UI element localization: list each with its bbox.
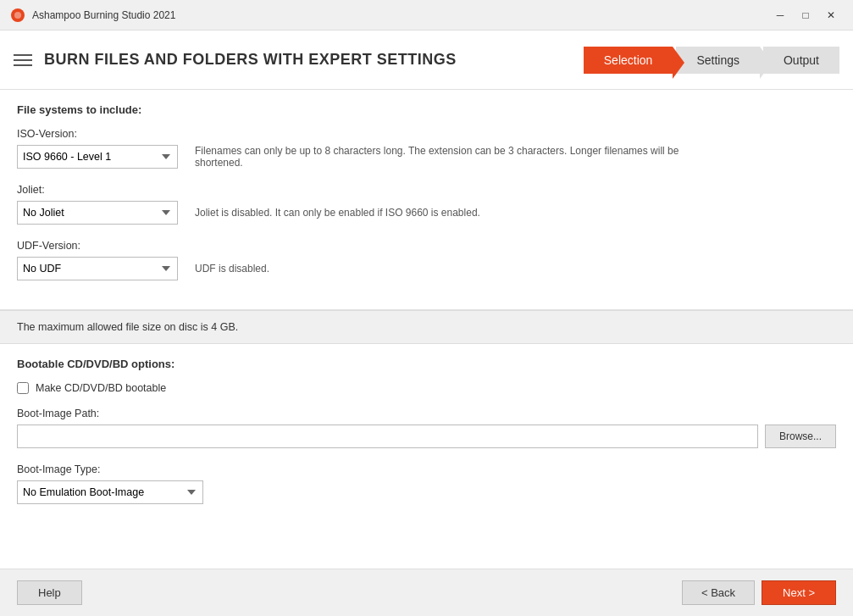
iso-select[interactable]: ISO 9660 - Level 1 ISO 9660 - Level 2 IS…	[17, 145, 178, 169]
boot-image-path-row: Browse...	[17, 425, 836, 448]
udf-select[interactable]: No UDF UDF 1.02 UDF 2.01	[17, 257, 178, 280]
header: BURN FILES AND FOLDERS WITH EXPERT SETTI…	[0, 31, 853, 90]
filesystem-section: File systems to include: ISO-Version: IS…	[0, 90, 853, 310]
udf-form-group: UDF-Version: No UDF UDF 1.02 UDF 2.01 UD…	[17, 240, 836, 280]
iso-form-group: ISO-Version: ISO 9660 - Level 1 ISO 9660…	[17, 128, 836, 169]
info-bar: The maximum allowed file size on disc is…	[0, 310, 853, 344]
back-button[interactable]: < Back	[682, 580, 755, 605]
wizard-step-output[interactable]: Output	[763, 47, 839, 74]
app-title: Ashampoo Burning Studio 2021	[32, 9, 175, 21]
joliet-label: Joliet:	[17, 184, 836, 196]
filesystem-section-header: File systems to include:	[17, 103, 836, 116]
next-button[interactable]: Next >	[762, 580, 836, 605]
title-bar: Ashampoo Burning Studio 2021 ─ □ ✕	[0, 0, 853, 31]
udf-row: No UDF UDF 1.02 UDF 2.01 UDF is disabled…	[17, 257, 836, 280]
joliet-select[interactable]: No Joliet Joliet	[17, 201, 178, 225]
joliet-row: No Joliet Joliet Joliet is disabled. It …	[17, 201, 836, 225]
minimize-button[interactable]: ─	[768, 6, 792, 25]
maximize-button[interactable]: □	[794, 6, 817, 25]
footer-right: < Back Next >	[682, 580, 836, 605]
wizard-steps: Selection Settings Output	[584, 47, 839, 74]
hamburger-menu-button[interactable]	[14, 54, 32, 66]
page-title: BURN FILES AND FOLDERS WITH EXPERT SETTI…	[44, 51, 457, 69]
iso-hint: Filenames can only be up to 8 characters…	[195, 145, 703, 169]
boot-image-path-label: Boot-Image Path:	[17, 408, 836, 419]
boot-image-type-group: Boot-Image Type: No Emulation Boot-Image…	[17, 463, 836, 504]
boot-image-type-select[interactable]: No Emulation Boot-Image 1.2 MB Floppy Em…	[17, 480, 203, 504]
bootable-section-header: Bootable CD/DVD/BD options:	[17, 358, 836, 370]
boot-image-type-label: Boot-Image Type:	[17, 463, 836, 475]
app-icon	[10, 8, 25, 23]
info-bar-text: The maximum allowed file size on disc is…	[17, 321, 238, 333]
browse-button[interactable]: Browse...	[765, 425, 836, 448]
footer-left: Help	[17, 580, 82, 605]
bootable-checkbox-label: Make CD/DVD/BD bootable	[36, 382, 166, 394]
udf-hint: UDF is disabled.	[195, 263, 269, 275]
boot-image-path-input[interactable]	[17, 425, 758, 448]
wizard-step-settings[interactable]: Settings	[676, 47, 760, 74]
udf-label: UDF-Version:	[17, 240, 836, 252]
help-button[interactable]: Help	[17, 580, 82, 605]
joliet-hint: Joliet is disabled. It can only be enabl…	[195, 207, 480, 219]
svg-point-1	[14, 12, 21, 19]
footer: Help < Back Next >	[0, 569, 853, 616]
wizard-step-selection[interactable]: Selection	[584, 47, 673, 74]
iso-label: ISO-Version:	[17, 128, 836, 140]
bootable-checkbox[interactable]	[17, 382, 29, 394]
content-area: File systems to include: ISO-Version: IS…	[0, 90, 853, 569]
iso-row: ISO 9660 - Level 1 ISO 9660 - Level 2 IS…	[17, 145, 836, 169]
bootable-checkbox-row: Make CD/DVD/BD bootable	[17, 382, 836, 394]
bootable-section: Bootable CD/DVD/BD options: Make CD/DVD/…	[0, 344, 853, 569]
close-button[interactable]: ✕	[819, 6, 843, 25]
joliet-form-group: Joliet: No Joliet Joliet Joliet is disab…	[17, 184, 836, 225]
boot-image-path-group: Boot-Image Path: Browse...	[17, 408, 836, 448]
window-controls: ─ □ ✕	[768, 6, 843, 25]
